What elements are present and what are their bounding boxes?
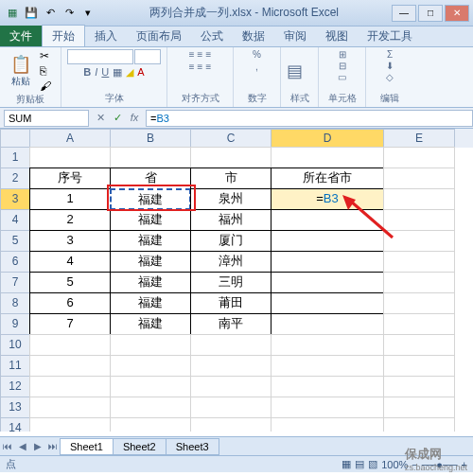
cell[interactable] xyxy=(271,251,384,273)
view-normal-icon[interactable]: ▦ xyxy=(342,458,351,470)
cell-b3-marching[interactable]: 福建 xyxy=(110,188,191,210)
cell[interactable]: 福建 xyxy=(110,230,191,252)
sheet-tab-1[interactable]: Sheet1 xyxy=(60,438,114,455)
cell[interactable] xyxy=(29,417,111,432)
tab-data[interactable]: 数据 xyxy=(233,26,274,46)
align-top-icon[interactable]: ≡ xyxy=(189,49,195,60)
minimize-button[interactable]: — xyxy=(392,5,416,22)
cell[interactable] xyxy=(110,355,191,377)
cell[interactable] xyxy=(271,397,384,418)
underline-icon[interactable]: U xyxy=(101,66,109,79)
format-cells-icon[interactable]: ▭ xyxy=(338,72,346,82)
cell[interactable]: 福州 xyxy=(190,209,272,231)
cell[interactable]: 三明 xyxy=(190,272,272,293)
autosum-icon[interactable]: Σ xyxy=(387,49,393,60)
cell[interactable]: 福建 xyxy=(110,292,191,314)
formula-bar[interactable]: =B3 xyxy=(146,110,473,127)
cut-icon[interactable]: ✂ xyxy=(40,49,55,62)
cell[interactable] xyxy=(383,167,455,189)
sheet-nav-last-icon[interactable]: ⏭ xyxy=(45,441,61,451)
row-header[interactable]: 9 xyxy=(0,313,30,335)
cell[interactable] xyxy=(271,417,384,432)
cell[interactable] xyxy=(29,397,111,418)
cell[interactable] xyxy=(271,313,384,335)
maximize-button[interactable]: □ xyxy=(418,5,443,22)
row-header[interactable]: 14 xyxy=(0,417,30,432)
percent-icon[interactable]: % xyxy=(253,49,261,60)
cell[interactable] xyxy=(29,376,111,397)
cell[interactable]: 5 xyxy=(29,272,111,293)
align-left-icon[interactable]: ≡ xyxy=(189,62,195,72)
cell[interactable] xyxy=(271,334,384,356)
cell[interactable] xyxy=(190,355,272,377)
col-header-b[interactable]: B xyxy=(110,129,191,148)
cell[interactable] xyxy=(383,417,455,432)
cell[interactable]: 3 xyxy=(29,230,111,252)
tab-insert[interactable]: 插入 xyxy=(85,26,127,46)
cell-header-city[interactable]: 市 xyxy=(190,167,272,189)
cell[interactable]: 7 xyxy=(29,313,111,335)
name-box[interactable]: SUM xyxy=(4,110,89,127)
tab-formulas[interactable]: 公式 xyxy=(191,26,233,46)
cell[interactable] xyxy=(383,292,455,314)
cell[interactable]: 厦门 xyxy=(190,230,272,252)
paste-button[interactable]: 📋 粘贴 xyxy=(6,53,36,89)
col-header-a[interactable]: A xyxy=(29,129,111,148)
cell[interactable] xyxy=(383,188,455,210)
bold-icon[interactable]: B xyxy=(83,66,91,79)
align-center-icon[interactable]: ≡ xyxy=(198,62,203,72)
cell[interactable] xyxy=(29,355,111,377)
fx-icon[interactable]: fx xyxy=(127,112,142,124)
row-header[interactable]: 6 xyxy=(0,251,30,273)
cell[interactable]: 福建 xyxy=(110,209,191,231)
cell[interactable]: 1 xyxy=(29,188,111,210)
cell[interactable] xyxy=(383,147,455,168)
tab-developer[interactable]: 开发工具 xyxy=(358,26,422,46)
row-header[interactable]: 7 xyxy=(0,272,30,293)
styles-icon[interactable]: ▤ xyxy=(287,61,303,81)
clear-icon[interactable]: ◇ xyxy=(386,72,394,82)
sheet-tab-3[interactable]: Sheet3 xyxy=(166,438,219,455)
cell[interactable] xyxy=(383,209,455,231)
close-button[interactable]: ✕ xyxy=(445,5,469,22)
cell[interactable] xyxy=(29,147,111,168)
sheet-tab-2[interactable]: Sheet2 xyxy=(113,438,166,455)
font-family-select[interactable] xyxy=(67,49,133,64)
tab-home[interactable]: 开始 xyxy=(42,25,85,46)
view-layout-icon[interactable]: ▤ xyxy=(355,458,364,470)
copy-icon[interactable]: ⎘ xyxy=(40,64,55,78)
sheet-nav-prev-icon[interactable]: ◀ xyxy=(15,441,30,451)
cell[interactable] xyxy=(383,230,455,252)
cell[interactable]: 漳州 xyxy=(190,251,272,273)
cell[interactable] xyxy=(110,376,191,397)
cell[interactable] xyxy=(110,417,191,432)
cell-header-loc[interactable]: 所在省市 xyxy=(271,167,384,189)
cell[interactable] xyxy=(271,355,384,377)
cell[interactable] xyxy=(383,355,455,377)
row-header[interactable]: 8 xyxy=(0,292,30,314)
align-right-icon[interactable]: ≡ xyxy=(205,62,211,72)
cell[interactable] xyxy=(271,272,384,293)
col-header-d[interactable]: D xyxy=(271,129,384,148)
cell[interactable] xyxy=(383,251,455,273)
cell-d3-active[interactable]: =B3 xyxy=(271,188,384,210)
cell[interactable]: 南平 xyxy=(190,313,272,335)
formula-cancel-icon[interactable]: ✕ xyxy=(93,112,108,124)
fill-color-icon[interactable]: ◢ xyxy=(126,66,133,79)
cell[interactable] xyxy=(29,334,111,356)
comma-icon[interactable]: , xyxy=(255,62,258,72)
cell[interactable]: 莆田 xyxy=(190,292,272,314)
align-bot-icon[interactable]: ≡ xyxy=(205,49,211,60)
redo-icon[interactable]: ↷ xyxy=(61,5,78,22)
fill-icon[interactable]: ⬇ xyxy=(386,61,394,71)
tab-view[interactable]: 视图 xyxy=(316,26,358,46)
insert-cells-icon[interactable]: ⊞ xyxy=(339,49,346,60)
cell[interactable] xyxy=(110,147,191,168)
row-header[interactable]: 3 xyxy=(0,188,30,210)
row-header[interactable]: 12 xyxy=(0,376,30,397)
cell[interactable] xyxy=(383,397,455,418)
row-header[interactable]: 11 xyxy=(0,355,30,377)
align-mid-icon[interactable]: ≡ xyxy=(198,49,203,60)
save-icon[interactable]: 💾 xyxy=(23,5,40,22)
border-icon[interactable]: ▦ xyxy=(113,66,122,79)
